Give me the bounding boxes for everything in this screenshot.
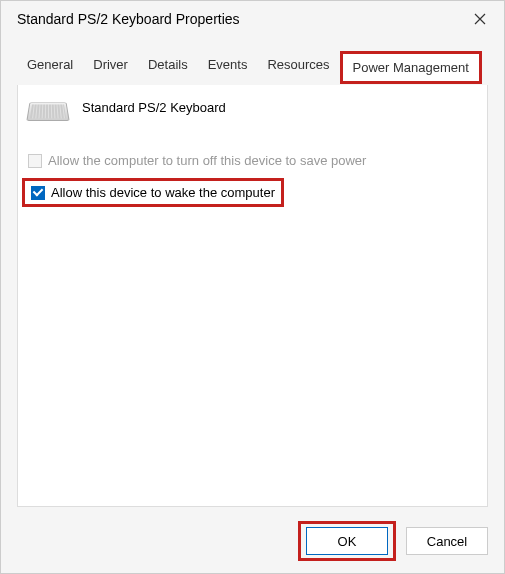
- tab-details[interactable]: Details: [138, 51, 198, 84]
- dialog-title: Standard PS/2 Keyboard Properties: [17, 11, 240, 27]
- tab-strip: General Driver Details Events Resources …: [1, 51, 504, 85]
- wake-label: Allow this device to wake the computer: [51, 185, 275, 200]
- close-button[interactable]: [468, 7, 492, 31]
- tab-resources[interactable]: Resources: [257, 51, 339, 84]
- cancel-button[interactable]: Cancel: [406, 527, 488, 555]
- device-name: Standard PS/2 Keyboard: [82, 100, 226, 115]
- properties-dialog: Standard PS/2 Keyboard Properties Genera…: [0, 0, 505, 574]
- keyboard-icon: [26, 102, 69, 120]
- tab-driver[interactable]: Driver: [83, 51, 138, 84]
- tab-power-management[interactable]: Power Management: [340, 51, 482, 84]
- dialog-buttons: OK Cancel: [298, 521, 488, 561]
- close-icon: [474, 13, 486, 25]
- tab-content: Standard PS/2 Keyboard Allow the compute…: [17, 85, 488, 507]
- titlebar: Standard PS/2 Keyboard Properties: [1, 1, 504, 37]
- device-header: Standard PS/2 Keyboard: [28, 99, 477, 123]
- option-turn-off-device: Allow the computer to turn off this devi…: [28, 151, 477, 170]
- checkbox-wake[interactable]: [31, 186, 45, 200]
- tab-general[interactable]: General: [17, 51, 83, 84]
- option-wake-computer-highlight: Allow this device to wake the computer: [22, 178, 284, 207]
- tab-events[interactable]: Events: [198, 51, 258, 84]
- ok-highlight: OK: [298, 521, 396, 561]
- checkbox-turn-off: [28, 154, 42, 168]
- turn-off-label: Allow the computer to turn off this devi…: [48, 153, 366, 168]
- ok-button[interactable]: OK: [306, 527, 388, 555]
